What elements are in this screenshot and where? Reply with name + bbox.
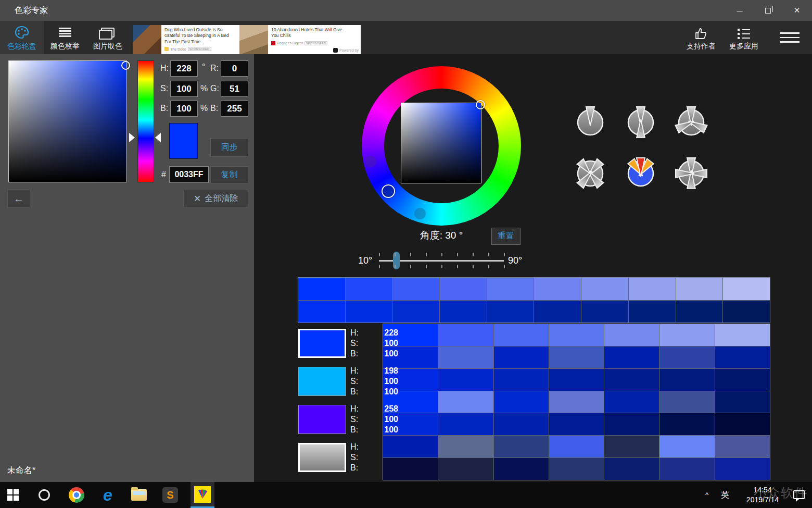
palette-cell[interactable] — [715, 413, 770, 435]
harmony-tetradic-icon[interactable] — [574, 156, 607, 189]
palette-cell[interactable] — [676, 278, 723, 300]
slider-thumb[interactable] — [393, 252, 400, 269]
close-button[interactable]: ✕ — [785, 0, 809, 21]
swatch-color[interactable] — [298, 367, 346, 396]
b-input[interactable] — [170, 101, 198, 117]
palette-cell[interactable] — [715, 436, 770, 457]
wheel-hue-marker[interactable] — [382, 184, 395, 198]
harmony-mono-icon[interactable] — [574, 105, 607, 138]
ad-item[interactable]: 10 Abandoned Hotels That Will Give You C… — [239, 25, 346, 54]
cortana-search-button[interactable] — [32, 482, 56, 508]
palette-cell[interactable] — [487, 278, 534, 300]
color-wheel[interactable] — [362, 66, 521, 226]
hue-arrow-left[interactable] — [129, 133, 135, 142]
palette-cell[interactable] — [438, 413, 493, 435]
palette-cell[interactable] — [534, 278, 581, 300]
palette-cell[interactable] — [549, 413, 604, 435]
palette-cell[interactable] — [487, 301, 534, 323]
palette-cell[interactable] — [440, 301, 487, 323]
palette-cell[interactable] — [494, 346, 549, 368]
palette-cell[interactable] — [392, 301, 439, 323]
taskbar-edge[interactable]: e — [96, 482, 120, 508]
palette-cell[interactable] — [604, 436, 659, 457]
sb-selector[interactable] — [121, 61, 130, 70]
palette-cell[interactable] — [581, 278, 628, 300]
palette-cell[interactable] — [438, 436, 493, 457]
ad-banner[interactable]: Dog Who Lived Outside Is So Grateful To … — [133, 25, 361, 54]
palette-cell[interactable] — [346, 278, 392, 300]
palette-cell[interactable] — [723, 301, 770, 323]
palette-cell[interactable] — [715, 346, 770, 368]
ad-item[interactable]: Dog Who Lived Outside Is So Grateful To … — [133, 25, 239, 54]
palette-cell[interactable] — [581, 301, 628, 323]
minimize-button[interactable]: ─ — [728, 0, 752, 21]
palette-cell[interactable] — [438, 369, 493, 391]
palette-cell[interactable] — [715, 391, 770, 413]
palette-cell[interactable] — [346, 301, 392, 323]
palette-cell[interactable] — [438, 324, 493, 346]
palette-cell[interactable] — [659, 436, 714, 457]
palette-cell[interactable] — [494, 458, 549, 480]
palette-cell[interactable] — [604, 413, 659, 435]
wheel-sb-square[interactable] — [401, 103, 481, 183]
taskbar-color-expert-active[interactable] — [191, 482, 214, 508]
ad-headline[interactable]: Dog Who Lived Outside Is So Grateful To … — [164, 27, 236, 45]
palette-cell[interactable] — [549, 369, 604, 391]
action-center-icon[interactable] — [793, 490, 805, 499]
palette-cell[interactable] — [438, 346, 493, 368]
palette-cell[interactable] — [494, 369, 549, 391]
b2-input[interactable] — [221, 101, 248, 117]
palette-cell[interactable] — [659, 458, 714, 480]
palette-cell[interactable] — [659, 413, 714, 435]
palette-cell[interactable] — [659, 346, 714, 368]
harmony-marker-258[interactable] — [365, 156, 376, 167]
palette-cell[interactable] — [604, 324, 659, 346]
harmony-triadic-icon[interactable] — [675, 105, 708, 138]
copy-button[interactable]: 复制 — [210, 166, 248, 183]
hue-arrow-right[interactable] — [155, 133, 161, 142]
wheel-sb-selector[interactable] — [476, 100, 485, 109]
palette-cell[interactable] — [629, 301, 676, 323]
palette-cell[interactable] — [549, 391, 604, 413]
back-button[interactable]: ← — [7, 189, 30, 208]
palette-cell[interactable] — [715, 458, 770, 480]
input-language-indicator[interactable]: 英 — [721, 490, 729, 501]
palette-cell[interactable] — [549, 324, 604, 346]
tab-color-wheel[interactable]: 色彩轮盘 — [0, 21, 44, 54]
palette-cell[interactable] — [440, 278, 487, 300]
start-button[interactable] — [1, 482, 25, 508]
palette-cell[interactable] — [723, 278, 770, 300]
palette-cell[interactable] — [659, 369, 714, 391]
reset-button[interactable]: 重置 — [491, 228, 521, 245]
palette-cell[interactable] — [659, 391, 714, 413]
clear-all-button[interactable]: ✕ 全部清除 — [183, 190, 248, 207]
taskbar-overflow-chevron[interactable]: ^ — [705, 491, 708, 499]
palette-cell[interactable] — [629, 278, 676, 300]
taskbar-chrome[interactable] — [65, 482, 88, 508]
palette-cell[interactable] — [534, 301, 581, 323]
more-apps-button[interactable]: 更多应用 — [726, 21, 762, 54]
palette-cell[interactable] — [494, 413, 549, 435]
restore-button[interactable] — [756, 0, 780, 21]
harmony-cross-icon[interactable] — [675, 156, 708, 189]
palette-cell[interactable] — [392, 278, 439, 300]
menu-icon[interactable] — [780, 32, 800, 43]
palette-cell[interactable] — [549, 458, 604, 480]
palette-cell[interactable] — [494, 324, 549, 346]
palette-cell[interactable] — [604, 369, 659, 391]
sync-button[interactable]: 同步 — [210, 138, 248, 157]
palette-cell[interactable] — [715, 324, 770, 346]
hue-slider[interactable] — [137, 60, 154, 182]
palette-cell[interactable] — [494, 436, 549, 457]
support-author-button[interactable]: 支持作者 — [683, 21, 719, 54]
harmony-analogous-icon-active[interactable] — [624, 156, 657, 189]
tab-color-enumeration[interactable]: 颜色枚举 — [44, 21, 86, 54]
palette-cell[interactable] — [604, 458, 659, 480]
palette-cell[interactable] — [549, 346, 604, 368]
taskbar-sublime[interactable]: S — [158, 482, 182, 508]
swatch-color-gray-gradient[interactable] — [298, 443, 346, 472]
ad-headline[interactable]: 10 Abandoned Hotels That Will Give You C… — [271, 27, 343, 39]
palette-cell[interactable] — [298, 301, 345, 323]
palette-cell[interactable] — [659, 324, 714, 346]
palette-cell[interactable] — [494, 391, 549, 413]
